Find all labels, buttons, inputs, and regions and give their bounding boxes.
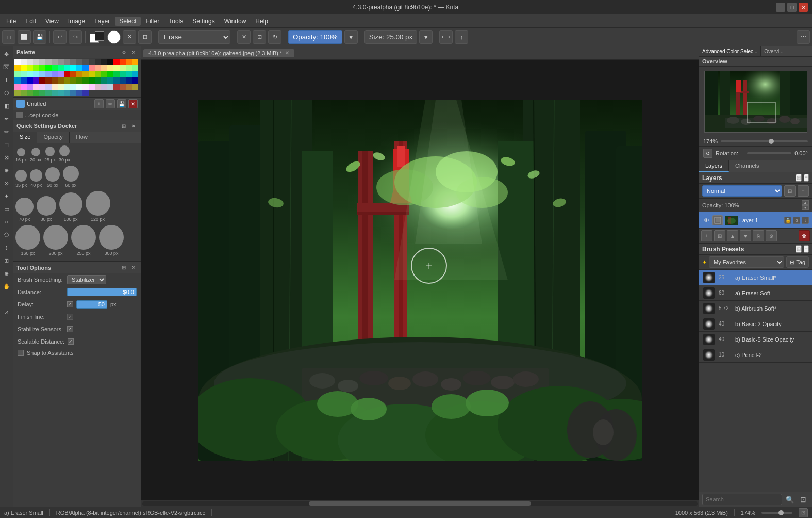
layers-options-btn[interactable]: ⊞ (796, 174, 802, 182)
menu-filter[interactable]: Filter (142, 17, 164, 26)
edit-layer-btn[interactable]: ✏ (106, 99, 115, 108)
palette-swatch-74[interactable] (101, 77, 107, 84)
palette-swatch-14[interactable] (101, 59, 107, 65)
search-input[interactable] (702, 494, 782, 505)
size-bubble-item-1[interactable]: 20 px (30, 148, 41, 163)
fill-button[interactable]: ⊡ (253, 30, 266, 44)
palette-swatch-94[interactable] (101, 84, 107, 90)
menu-layer[interactable]: Layer (90, 17, 114, 26)
brush-list-item-2[interactable]: 5.72b) Airbrush Soft* (699, 301, 812, 316)
canvas-tab-close[interactable]: ✕ (285, 50, 289, 56)
palette-swatch-0[interactable] (14, 59, 21, 65)
palette-swatch-83[interactable] (33, 84, 39, 90)
tool-eraser[interactable]: ◻ (1, 139, 12, 150)
palette-swatch-30[interactable] (76, 65, 82, 71)
size-bubble-item-6[interactable]: 50 px (45, 167, 60, 188)
palette-swatch-77[interactable] (120, 77, 126, 84)
palette-swatch-17[interactable] (120, 59, 126, 65)
palette-swatch-48[interactable] (64, 71, 70, 77)
palette-swatch-63[interactable] (33, 77, 39, 84)
scalable-distance-checkbox[interactable] (68, 338, 74, 345)
zoom-track[interactable] (761, 512, 792, 514)
scrollbar-thumb-h[interactable] (309, 501, 531, 506)
tool-select-ellipse[interactable]: ○ (1, 216, 12, 228)
size-down[interactable]: ▼ (419, 30, 433, 44)
size-bubble-item-12[interactable]: 160 px (15, 225, 40, 256)
palette-swatch-42[interactable] (27, 71, 33, 77)
menu-help[interactable]: Help (251, 17, 272, 26)
palette-swatch-43[interactable] (33, 71, 39, 77)
brush-presets-pin-btn[interactable]: ⊞ (796, 245, 802, 253)
palette-swatch-52[interactable] (89, 71, 95, 77)
palette-swatch-102[interactable] (27, 90, 33, 96)
opacity-button[interactable]: Opacity: 100% (288, 30, 342, 44)
menu-view[interactable]: View (41, 17, 63, 26)
palette-swatch-12[interactable] (89, 59, 95, 65)
palette-swatch-109[interactable] (70, 90, 76, 96)
palette-swatch-93[interactable] (95, 84, 101, 90)
palette-swatch-107[interactable] (58, 90, 64, 96)
palette-swatch-80[interactable] (14, 84, 21, 90)
tool-heal[interactable]: ⊗ (1, 177, 12, 189)
undo-button[interactable]: ↩ (53, 30, 67, 44)
palette-settings-btn[interactable]: ⚙ (120, 48, 128, 56)
brush-patterns-button[interactable]: ⊞ (138, 30, 152, 44)
palette-swatch-15[interactable] (107, 59, 113, 65)
menu-window[interactable]: Window (220, 17, 251, 26)
palette-close-btn[interactable]: ✕ (129, 48, 138, 56)
layer-1-item[interactable]: 👁 Layer 1 🔒 α ↓ (699, 212, 812, 229)
palette-swatch-88[interactable] (64, 84, 70, 90)
palette-swatch-39[interactable] (132, 65, 138, 71)
palette-swatch-22[interactable] (27, 65, 33, 71)
brush-tag-btn[interactable]: ⊞ Tag (786, 256, 809, 268)
menu-select[interactable]: Select (115, 17, 140, 26)
palette-swatch-3[interactable] (33, 59, 39, 65)
brush-presets-more-btn[interactable]: ≡ (804, 245, 809, 253)
palette-swatch-9[interactable] (70, 59, 76, 65)
tool-brush[interactable]: ✏ (1, 126, 12, 137)
tab-overview[interactable]: Overvi... (761, 46, 787, 56)
minimize-button[interactable]: — (776, 3, 785, 12)
palette-swatch-100[interactable] (14, 90, 21, 96)
size-bubble-item-14[interactable]: 250 px (71, 225, 96, 256)
palette-swatch-86[interactable] (52, 84, 58, 90)
zoom-slider[interactable] (721, 140, 808, 142)
palette-swatch-66[interactable] (52, 77, 58, 84)
palette-swatch-85[interactable] (45, 84, 52, 90)
palette-swatch-67[interactable] (58, 77, 64, 84)
to-close-btn[interactable]: ✕ (129, 264, 138, 272)
more-options-button[interactable]: ⋯ (797, 30, 810, 44)
palette-swatch-46[interactable] (52, 71, 58, 77)
palette-swatch-64[interactable] (39, 77, 45, 84)
blend-filter-btn[interactable]: ⊟ (784, 185, 796, 197)
tab-advanced-color[interactable]: Advanced Color Selec... (699, 46, 761, 56)
palette-swatch-38[interactable] (126, 65, 132, 71)
palette-swatch-65[interactable] (45, 77, 52, 84)
size-bubble-item-7[interactable]: 60 px (63, 166, 79, 188)
tool-measure[interactable]: — (1, 294, 12, 305)
canvas-scrollbar-h[interactable] (141, 500, 699, 507)
qs-close-btn[interactable]: ✕ (129, 122, 138, 130)
delete-layer-btn[interactable]: ✕ (128, 99, 138, 108)
palette-swatch-24[interactable] (39, 65, 45, 71)
blend-mode-select[interactable]: Normal (702, 185, 782, 197)
tool-select-paint[interactable]: ⊹ (1, 242, 12, 253)
palette-swatch-106[interactable] (52, 90, 58, 96)
palette-swatch-82[interactable] (27, 84, 33, 90)
quick-settings-header[interactable]: Quick Settings Docker ⊞ ✕ (13, 120, 141, 132)
size-bubble-item-11[interactable]: 120 px (86, 191, 110, 222)
menu-image[interactable]: Image (64, 17, 89, 26)
scrollbar-track-h[interactable] (142, 501, 698, 506)
palette-swatch-49[interactable] (70, 71, 76, 77)
palette-swatch-36[interactable] (113, 65, 120, 71)
zoom-fit-canvas-btn[interactable]: ⊡ (799, 508, 808, 517)
palette-swatch-55[interactable] (107, 71, 113, 77)
layer-eye-btn[interactable]: 👁 (702, 216, 710, 224)
tool-crop[interactable]: ⌧ (1, 61, 12, 73)
palette-swatch-28[interactable] (64, 65, 70, 71)
size-bubble-item-4[interactable]: 35 px (15, 170, 27, 187)
palette-swatch-62[interactable] (27, 77, 33, 84)
palette-swatch-84[interactable] (39, 84, 45, 90)
size-bubble-item-3[interactable]: 30 px (59, 145, 70, 163)
palette-swatch-16[interactable] (113, 59, 120, 65)
